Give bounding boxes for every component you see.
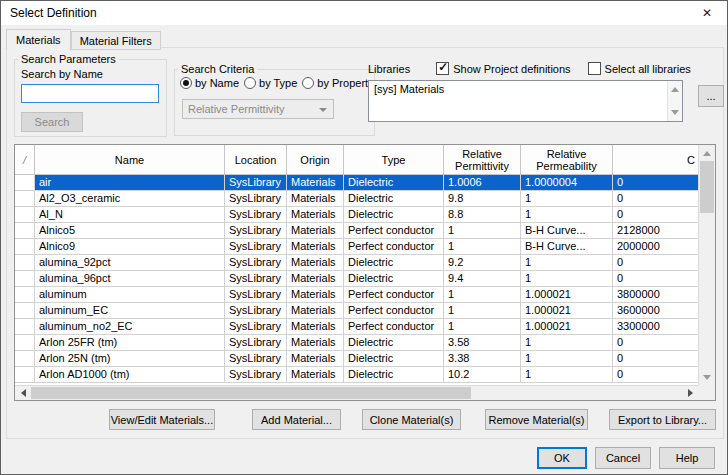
radio-by-type[interactable]: by Type xyxy=(244,77,297,89)
table-cell[interactable]: 1 xyxy=(444,239,521,255)
export-to-library-button[interactable]: Export to Library... xyxy=(609,409,716,430)
table-cell[interactable]: Perfect conductor xyxy=(344,239,444,255)
table-cell[interactable]: B-H Curve... xyxy=(521,239,613,255)
scroll-up-icon[interactable] xyxy=(699,145,715,161)
table-cell[interactable]: SysLibrary xyxy=(225,335,287,351)
table-cell[interactable]: B-H Curve... xyxy=(521,223,613,239)
libraries-scrollbar[interactable] xyxy=(667,81,682,121)
row-selector-cell[interactable] xyxy=(15,303,35,319)
table-cell[interactable]: Al_N xyxy=(35,207,225,223)
vertical-scroll-thumb[interactable] xyxy=(700,161,714,213)
table-cell[interactable]: Materials xyxy=(287,255,344,271)
table-cell[interactable]: 2000000 xyxy=(613,239,698,255)
table-cell[interactable]: 1.000021 xyxy=(521,287,613,303)
table-cell[interactable]: 1.000021 xyxy=(521,303,613,319)
remove-materials-button[interactable]: Remove Material(s) xyxy=(485,409,588,430)
table-cell[interactable]: 0 xyxy=(613,271,698,287)
sort-column-header[interactable]: / xyxy=(15,145,35,174)
table-cell[interactable]: 2128000 xyxy=(613,223,698,239)
table-row[interactable]: Arlon 25N (tm)SysLibraryMaterialsDielect… xyxy=(15,351,698,367)
add-material-button[interactable]: Add Material... xyxy=(252,409,341,430)
tab-materials[interactable]: Materials xyxy=(6,29,71,51)
table-cell[interactable]: 9.4 xyxy=(444,271,521,287)
table-cell[interactable]: Materials xyxy=(287,175,344,191)
table-cell[interactable]: Perfect conductor xyxy=(344,319,444,335)
view-edit-materials-button[interactable]: View/Edit Materials... xyxy=(109,409,215,430)
table-cell[interactable]: 3600000 xyxy=(613,303,698,319)
horizontal-scroll-thumb[interactable] xyxy=(31,387,471,399)
table-cell[interactable]: Dielectric xyxy=(344,367,444,383)
table-cell[interactable]: 1 xyxy=(521,335,613,351)
table-cell[interactable]: Materials xyxy=(287,239,344,255)
table-cell[interactable]: alumina_92pct xyxy=(35,255,225,271)
radio-by-name[interactable]: by Name xyxy=(180,77,239,89)
table-cell[interactable]: 3800000 xyxy=(613,287,698,303)
table-cell[interactable]: SysLibrary xyxy=(225,255,287,271)
table-cell[interactable]: Materials xyxy=(287,319,344,335)
row-selector-cell[interactable] xyxy=(15,351,35,367)
table-cell[interactable]: 0 xyxy=(613,191,698,207)
table-cell[interactable]: 3.38 xyxy=(444,351,521,367)
radio-by-property[interactable]: by Property xyxy=(302,77,373,89)
table-cell[interactable]: Arlon 25N (tm) xyxy=(35,351,225,367)
table-cell[interactable]: Materials xyxy=(287,287,344,303)
table-cell[interactable]: 1 xyxy=(521,255,613,271)
row-selector-cell[interactable] xyxy=(15,271,35,287)
table-cell[interactable]: alumina_96pct xyxy=(35,271,225,287)
libraries-list[interactable]: [sys] Materials xyxy=(368,80,683,122)
table-row[interactable]: alumina_96pctSysLibraryMaterialsDielectr… xyxy=(15,271,698,287)
table-cell[interactable]: Perfect conductor xyxy=(344,303,444,319)
table-cell[interactable]: 0 xyxy=(613,255,698,271)
table-cell[interactable]: Arlon AD1000 (tm) xyxy=(35,367,225,383)
table-row[interactable]: Alnico9SysLibraryMaterialsPerfect conduc… xyxy=(15,239,698,255)
table-cell[interactable]: Dielectric xyxy=(344,255,444,271)
table-cell[interactable]: Materials xyxy=(287,191,344,207)
table-cell[interactable]: SysLibrary xyxy=(225,191,287,207)
table-cell[interactable]: 1 xyxy=(444,287,521,303)
table-cell[interactable]: SysLibrary xyxy=(225,239,287,255)
table-cell[interactable]: 1.0000004 xyxy=(521,175,613,191)
table-row[interactable]: aluminum_ECSysLibraryMaterialsPerfect co… xyxy=(15,303,698,319)
row-selector-cell[interactable] xyxy=(15,319,35,335)
table-cell[interactable]: SysLibrary xyxy=(225,271,287,287)
table-cell[interactable]: Materials xyxy=(287,351,344,367)
row-selector-cell[interactable] xyxy=(15,335,35,351)
table-cell[interactable]: SysLibrary xyxy=(225,175,287,191)
table-row[interactable]: airSysLibraryMaterialsDielectric1.00061.… xyxy=(15,175,698,191)
table-cell[interactable]: 3.58 xyxy=(444,335,521,351)
table-cell[interactable]: 10.2 xyxy=(444,367,521,383)
table-row[interactable]: Arlon AD1000 (tm)SysLibraryMaterialsDiel… xyxy=(15,367,698,383)
table-cell[interactable]: SysLibrary xyxy=(225,287,287,303)
row-selector-cell[interactable] xyxy=(15,191,35,207)
column-header-origin[interactable]: Origin xyxy=(287,145,344,174)
row-selector-cell[interactable] xyxy=(15,239,35,255)
table-cell[interactable]: 1 xyxy=(521,207,613,223)
table-cell[interactable]: Dielectric xyxy=(344,207,444,223)
table-cell[interactable]: 0 xyxy=(613,207,698,223)
table-cell[interactable]: Materials xyxy=(287,271,344,287)
table-cell[interactable]: 9.2 xyxy=(444,255,521,271)
table-cell[interactable]: Dielectric xyxy=(344,191,444,207)
table-cell[interactable]: 0 xyxy=(613,335,698,351)
scroll-left-icon[interactable] xyxy=(15,386,31,400)
table-row[interactable]: Al_NSysLibraryMaterialsDielectric8.810 xyxy=(15,207,698,223)
table-cell[interactable]: Materials xyxy=(287,335,344,351)
table-cell[interactable]: aluminum_EC xyxy=(35,303,225,319)
column-header-relative-permittivity[interactable]: Relative Permittivity xyxy=(444,145,521,174)
row-selector-cell[interactable] xyxy=(15,223,35,239)
browse-libraries-button[interactable]: ... xyxy=(698,85,724,107)
table-cell[interactable]: Perfect conductor xyxy=(344,287,444,303)
table-cell[interactable]: SysLibrary xyxy=(225,303,287,319)
table-cell[interactable]: 1 xyxy=(521,271,613,287)
table-cell[interactable]: Materials xyxy=(287,367,344,383)
column-header-name[interactable]: Name xyxy=(35,145,225,174)
table-row[interactable]: Al2_O3_ceramicSysLibraryMaterialsDielect… xyxy=(15,191,698,207)
help-button[interactable]: Help xyxy=(659,447,715,469)
table-cell[interactable]: Materials xyxy=(287,223,344,239)
table-cell[interactable]: Dielectric xyxy=(344,271,444,287)
table-cell[interactable]: 1 xyxy=(444,303,521,319)
table-cell[interactable]: Alnico5 xyxy=(35,223,225,239)
column-header-location[interactable]: Location xyxy=(225,145,287,174)
table-cell[interactable]: 0 xyxy=(613,175,698,191)
table-cell[interactable]: Dielectric xyxy=(344,351,444,367)
